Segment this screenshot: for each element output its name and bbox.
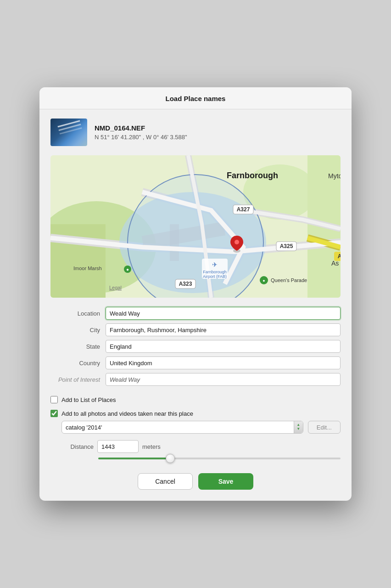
svg-text:●: ● [126,267,129,272]
svg-text:A325: A325 [280,243,293,249]
add-to-list-checkbox[interactable] [50,396,58,403]
svg-text:Airport (FAB): Airport (FAB) [203,274,227,279]
state-label: State [50,343,106,350]
file-name: NMD_0164.NEF [95,124,187,132]
svg-text:Legal: Legal [109,285,122,290]
state-row: State [50,340,341,353]
file-meta: NMD_0164.NEF N 51° 16' 41.280" , W 0° 46… [95,124,187,141]
svg-text:Farnborough: Farnborough [203,270,227,274]
svg-point-32 [235,240,239,244]
city-input[interactable] [106,323,341,336]
catalog-row: catalog '2014' ▲ ▼ Edit... [61,421,341,434]
catalog-select-wrapper[interactable]: catalog '2014' ▲ ▼ [61,421,303,434]
country-input[interactable] [106,356,341,369]
svg-text:Imoor Marsh: Imoor Marsh [73,266,102,271]
load-place-names-dialog: Load Place names NMD_0164.NEF N 51° 16' … [39,87,352,501]
map-container[interactable]: A327 A325 A323 A331 Farnborough Mytc As … [50,155,341,298]
location-label: Location [50,310,106,317]
svg-text:A327: A327 [237,206,250,213]
svg-text:Farnborough: Farnborough [227,171,278,180]
add-to-all-label[interactable]: Add to all photos and videos taken near … [61,410,193,417]
dialog-body: NMD_0164.NEF N 51° 16' 41.280" , W 0° 46… [39,109,352,501]
add-to-list-row: Add to List of Places [50,396,341,403]
svg-text:Mytc: Mytc [328,172,341,180]
dialog-title: Load Place names [39,87,352,109]
svg-text:As: As [331,260,339,267]
city-row: City [50,323,341,336]
catalog-stepper[interactable]: ▲ ▼ [294,421,303,433]
add-to-list-label[interactable]: Add to List of Places [61,396,116,403]
svg-text:✈: ✈ [212,261,218,268]
svg-text:●: ● [263,278,265,283]
poi-row: Point of Interest [50,373,341,386]
location-input[interactable] [106,307,341,320]
edit-button[interactable]: Edit... [308,421,341,434]
city-label: City [50,327,106,334]
location-row: Location [50,307,341,320]
save-button[interactable]: Save [198,473,253,490]
svg-text:A323: A323 [179,281,192,287]
country-label: Country [50,360,106,367]
form-section: Location City State Country Point of Int… [50,307,341,390]
distance-slider[interactable] [98,458,341,459]
map-svg: A327 A325 A323 A331 Farnborough Mytc As … [50,155,341,298]
svg-text:A331: A331 [338,253,341,260]
add-to-all-row: Add to all photos and videos taken near … [50,410,341,417]
cancel-button[interactable]: Cancel [138,473,193,490]
catalog-value: catalog '2014' [62,424,294,431]
poi-input[interactable] [106,373,341,386]
file-thumbnail [50,119,87,146]
button-row: Cancel Save [50,469,341,492]
distance-label: Distance [61,443,94,450]
distance-unit: meters [142,443,161,450]
file-coordinates: N 51° 16' 41.280" , W 0° 46' 3.588" [95,134,187,141]
add-to-all-checkbox[interactable] [50,410,58,417]
poi-label: Point of Interest [50,376,106,383]
svg-text:Queen's Parade: Queen's Parade [271,277,307,283]
state-input[interactable] [106,340,341,353]
distance-slider-row [61,458,341,459]
country-row: Country [50,356,341,369]
file-info: NMD_0164.NEF N 51° 16' 41.280" , W 0° 46… [50,119,341,146]
distance-input[interactable] [97,440,139,453]
distance-row: Distance meters [61,440,341,453]
